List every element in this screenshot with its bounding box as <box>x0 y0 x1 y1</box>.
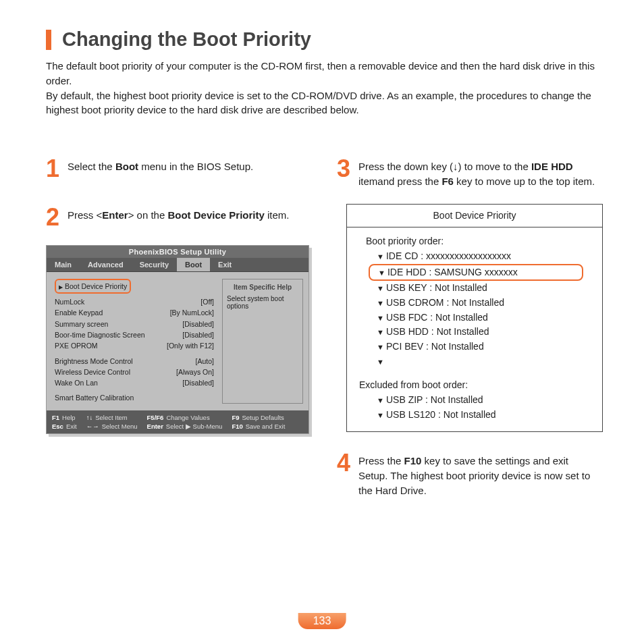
intro-text: The default boot priority of your comput… <box>46 59 598 117</box>
bios-tab-advanced[interactable]: Advanced <box>80 258 132 271</box>
bios-row: Enable Keypad[By NumLock] <box>55 307 214 318</box>
step-2-number: 2 <box>46 207 61 228</box>
right-column: 3 Press the down key (↓) to move to the … <box>337 158 598 525</box>
bios-row: Boor-time Diagnostic Screen[Disabled] <box>55 329 214 340</box>
bios-settings-list: Boot Device Priority NumLock[Off] Enable… <box>47 279 222 404</box>
bios-row: Brightness Mode Control[Auto] <box>55 356 214 367</box>
step-1-text: Select the Boot menu in the BIOS Setup. <box>68 158 253 180</box>
boot-item[interactable]: USB FDC : Not Installed <box>366 311 583 325</box>
page-title: Changing the Boot Priority <box>62 28 311 51</box>
boot-item[interactable]: IDE CD : xxxxxxxxxxxxxxxxxx <box>366 249 583 264</box>
boot-item-highlighted[interactable]: IDE HDD : SAMSUNG xxxxxxx <box>369 264 583 281</box>
boot-priority-body: Boot priority order: IDE CD : xxxxxxxxxx… <box>347 227 602 422</box>
bios-boot-device-priority-item[interactable]: Boot Device Priority <box>55 279 131 294</box>
step-3: 3 Press the down key (↓) to move to the … <box>337 158 598 189</box>
bios-row: PXE OPROM[Only with F12] <box>55 340 214 351</box>
step-4: 4 Press the F10 key to save the settings… <box>337 452 598 498</box>
bios-help-text: Select system boot options <box>227 295 298 310</box>
bios-body: Boot Device Priority NumLock[Off] Enable… <box>47 272 308 410</box>
step-1: 1 Select the Boot menu in the BIOS Setup… <box>46 158 307 180</box>
bios-row: Summary screen[Disabled] <box>55 319 214 329</box>
intro-p1: The default boot priority of your comput… <box>46 59 598 88</box>
bios-help-title: Item Specific Help <box>227 284 298 291</box>
bios-row: NumLock[Off] <box>55 296 214 307</box>
step-3-text: Press the down key (↓) to move to the ID… <box>358 158 598 189</box>
bios-row: Smart Battery Calibration <box>55 392 214 403</box>
step-4-number: 4 <box>337 452 352 498</box>
bios-tab-boot[interactable]: Boot <box>177 258 210 271</box>
boot-order-label: Boot priority order: <box>366 234 583 249</box>
boot-excluded-label: Excluded from boot order: <box>359 378 583 393</box>
boot-item[interactable]: USB HDD : Not Installed <box>366 325 583 340</box>
intro-p2: By default, the highest boot priority de… <box>46 88 598 118</box>
bios-row: Wake On Lan[Disabled] <box>55 377 214 388</box>
step-2: 2 Press <Enter> on the Boot Device Prior… <box>46 207 307 228</box>
boot-item[interactable]: USB CDROM : Not Installed <box>366 296 583 311</box>
boot-priority-box: Boot Device Priority Boot priority order… <box>346 204 603 433</box>
bios-row: Wireless Device Control[Always On] <box>55 367 214 377</box>
page-number: 133 <box>298 613 346 629</box>
left-column: 1 Select the Boot menu in the BIOS Setup… <box>46 158 307 525</box>
bios-footer: F1Help EscExit ↑↓Select Item ←→Select Me… <box>47 410 308 434</box>
title-accent-bar <box>46 30 51 50</box>
boot-item[interactable]: PCI BEV : Not Installed <box>366 340 583 354</box>
boot-item-empty <box>366 354 583 369</box>
bios-help-panel: Item Specific Help Select system boot op… <box>222 279 303 404</box>
bios-tab-exit[interactable]: Exit <box>210 258 240 271</box>
step-4-text: Press the F10 key to save the settings a… <box>358 452 598 498</box>
bios-window-title: PhoenixBIOS Setup Utility <box>47 246 308 258</box>
boot-excluded-item[interactable]: USB ZIP : Not Installed <box>366 393 583 408</box>
boot-priority-title: Boot Device Priority <box>347 205 602 228</box>
title-row: Changing the Boot Priority <box>46 28 598 51</box>
step-2-text: Press <Enter> on the Boot Device Priorit… <box>68 207 290 228</box>
boot-excluded-item[interactable]: USB LS120 : Not Installed <box>366 408 583 423</box>
step-1-number: 1 <box>46 158 61 180</box>
step-3-number: 3 <box>337 158 352 189</box>
bios-screenshot: PhoenixBIOS Setup Utility Main Advanced … <box>46 245 309 434</box>
bios-tab-security[interactable]: Security <box>132 258 177 271</box>
bios-tabs: Main Advanced Security Boot Exit <box>47 258 308 272</box>
content-columns: 1 Select the Boot menu in the BIOS Setup… <box>46 158 598 525</box>
bios-tab-main[interactable]: Main <box>47 258 80 271</box>
boot-item[interactable]: USB KEY : Not Installed <box>366 281 583 296</box>
